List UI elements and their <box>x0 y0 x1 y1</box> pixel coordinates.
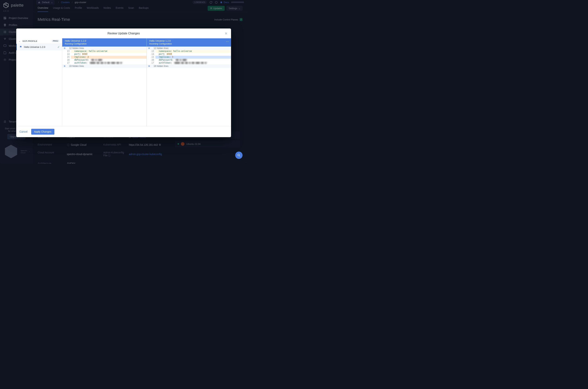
fold-bottom-left[interactable]: ❄18 hidden lines <box>62 65 147 68</box>
apply-changes-button[interactable]: Apply Changes <box>31 129 54 135</box>
modal-header: Review Update Changes ✕ <box>16 29 231 38</box>
fold-icon: ❄ <box>148 47 150 49</box>
search-icon <box>237 153 241 157</box>
left-pane-header: Hello Universe 1.2.0 Running Configurati… <box>62 38 147 47</box>
diff-view: Hello Universe 1.2.0 Running Configurati… <box>62 38 231 126</box>
fold-bottom-right[interactable]: ❄18 hidden lines <box>147 65 231 68</box>
rocket-icon <box>19 46 22 48</box>
l15-right: 3 <box>172 56 173 58</box>
check-icon: ✓ <box>58 46 59 48</box>
fold-icon: ❄ <box>148 65 150 67</box>
redacted-value: "██ █ ███" <box>90 59 103 61</box>
fold-icon: ❄ <box>64 65 66 67</box>
l14-val: 8080 <box>82 53 88 55</box>
profile-name: GCP-PROFILE <box>23 40 37 42</box>
diff-left-pane: Hello Universe 1.2.0 Running Configurati… <box>62 38 147 126</box>
proj-badge: PROJ <box>52 40 59 42</box>
modal-sidebar: ⌄ GCP-PROFILE PROJ Hello Universe 1.2.0 … <box>16 38 62 126</box>
r14-val: 8080 <box>167 53 172 55</box>
l13-val: hello-universe <box>89 50 107 52</box>
modal-title: Review Update Changes <box>108 32 140 35</box>
svg-point-6 <box>238 154 239 156</box>
help-fab[interactable] <box>235 152 242 159</box>
pack-item-label: Hello Universe 1.2.0 <box>24 46 45 48</box>
profile-header[interactable]: ⌄ GCP-PROFILE PROJ <box>16 38 62 44</box>
right-pane-header: Hello Universe 1.2.0 Incoming Configurat… <box>147 38 231 47</box>
l15-left: 2 <box>88 56 89 58</box>
diff-right-pane: ⋮ Hello Universe 1.2.0 Incoming Configur… <box>147 38 231 126</box>
redacted-value: "████ ██ ██ █ ██ ███ ██ █" <box>89 62 123 64</box>
right-title: Hello Universe 1.2.0 <box>149 39 229 42</box>
fold-icon: ❄ <box>64 47 66 49</box>
left-subtitle: Running Configuration <box>65 43 144 45</box>
cancel-button[interactable]: Cancel <box>20 130 28 133</box>
left-title: Hello Universe 1.2.0 <box>65 39 144 42</box>
review-changes-modal: Review Update Changes ✕ ⌄ GCP-PROFILE PR… <box>16 29 231 137</box>
right-subtitle: Incoming Configuration <box>149 43 229 45</box>
chevron-down-icon: ⌄ <box>19 40 20 42</box>
app-window: palette 4.4.19 Project Overview Profiles… <box>0 0 247 164</box>
modal-overlay: Review Update Changes ✕ ⌄ GCP-PROFILE PR… <box>0 0 247 164</box>
fold-top-left[interactable]: ❄12 hidden lines <box>62 47 147 50</box>
close-icon[interactable]: ✕ <box>225 32 228 35</box>
r13-val: hello-universe <box>173 50 192 52</box>
redacted-value: "████ ██ ██ █ ██ ███ ██ █" <box>173 62 207 64</box>
profile-pack-item[interactable]: Hello Universe 1.2.0 ✓ <box>16 44 62 50</box>
modal-footer: Cancel Apply Changes <box>16 126 231 137</box>
redacted-value: "██ █ ███" <box>175 59 188 61</box>
fold-top-right[interactable]: ❄12 hidden lines <box>147 47 231 50</box>
